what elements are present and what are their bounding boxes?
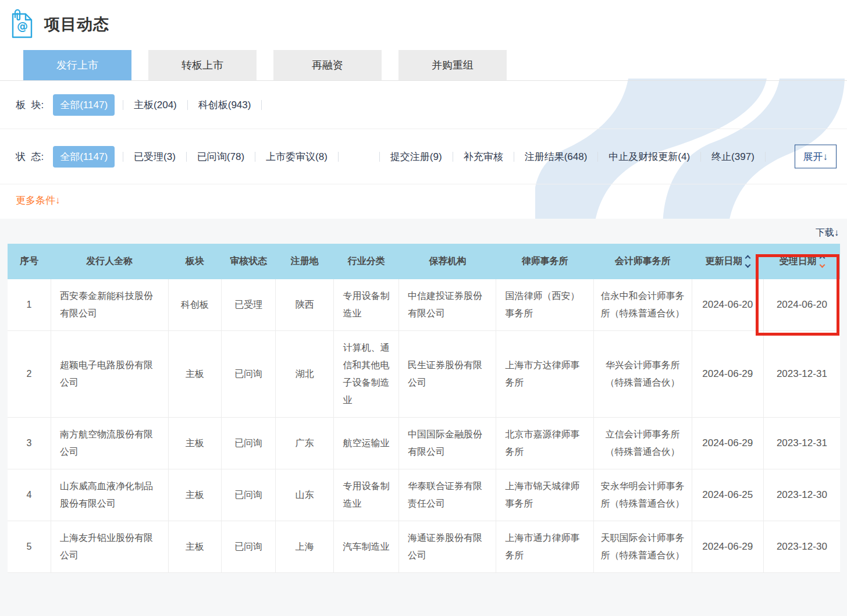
status-filter-item-7[interactable]: 补充审核	[461, 150, 506, 163]
filter-divider	[261, 100, 262, 110]
download-link[interactable]: 下载↓	[816, 227, 839, 237]
status-filter-item-9[interactable]: 中止及财报更新(4)	[606, 150, 692, 163]
filter-divider	[700, 152, 701, 162]
column-header-8: 律师事务所	[496, 244, 593, 279]
status-filter-item-3[interactable]: 已问询(78)	[195, 150, 247, 163]
table-cell: 2024-06-20	[692, 279, 763, 331]
column-header-label: 序号	[20, 255, 38, 268]
table-cell: 2024-06-25	[692, 469, 763, 521]
download-row: 下载↓	[8, 219, 840, 244]
table-cell: 2024-06-29	[692, 418, 763, 469]
table-cell: 海通证券股份有限公司	[399, 521, 496, 573]
column-header-label: 审核状态	[230, 255, 267, 268]
board-filter-item-1[interactable]: 全部(1147)	[53, 94, 115, 116]
table-cell: 4	[8, 469, 51, 521]
column-header-label: 更新日期	[705, 255, 742, 268]
filter-divider	[765, 152, 766, 162]
table-cell: 民生证券股份有限公司	[399, 331, 496, 418]
table-cell: 2023-12-30	[763, 521, 840, 573]
table-cell: 专用设备制造业	[334, 279, 399, 331]
issuer-name-cell[interactable]: 超颖电子电路股份有限公司	[51, 331, 168, 418]
sort-asc-icon[interactable]	[745, 255, 751, 261]
table-cell: 2024-06-29	[692, 331, 763, 418]
table-row: 1西安泰金新能科技股份有限公司科创板已受理陕西专用设备制造业中信建投证券股份有限…	[8, 279, 840, 331]
column-header-11[interactable]: 受理日期	[763, 244, 840, 279]
table-cell: 天职国际会计师事务所（特殊普通合伙）	[593, 521, 692, 573]
board-filter-item-3[interactable]: 科创板(943)	[196, 98, 254, 112]
column-header-7: 保荐机构	[399, 244, 496, 279]
table-row: 5上海友升铝业股份有限公司主板已问询上海汽车制造业海通证券股份有限公司上海市通力…	[8, 521, 840, 573]
filter-divider	[514, 152, 514, 162]
table-cell: 安永华明会计师事务所（特殊普通合伙）	[593, 469, 692, 521]
table-cell: 上海市锦天城律师事务所	[496, 469, 593, 521]
column-header-label: 板块	[186, 255, 204, 268]
filter-divider	[123, 152, 123, 162]
issuer-name-cell[interactable]: 山东威高血液净化制品股份有限公司	[51, 469, 168, 521]
sort-desc-icon[interactable]	[819, 262, 825, 268]
issuer-name-cell[interactable]: 南方航空物流股份有限公司	[51, 418, 168, 469]
filter-divider	[186, 152, 187, 162]
table-row: 2超颖电子电路股份有限公司主板已问询湖北计算机、通信和其他电子设备制造业民生证券…	[8, 331, 840, 418]
sort-asc-icon[interactable]	[819, 255, 825, 261]
document-clip-icon: @	[9, 9, 34, 40]
table-cell: 立信会计师事务所（特殊普通合伙）	[593, 418, 692, 469]
column-header-label: 律师事务所	[522, 255, 568, 268]
status-filter-item-6[interactable]: 提交注册(9)	[388, 150, 444, 163]
column-header-label: 会计师事务所	[615, 255, 671, 268]
table-section: 下载↓ 序号发行人全称板块审核状态注册地行业分类保荐机构律师事务所会计师事务所更…	[0, 219, 847, 616]
table-cell: 已问询	[222, 331, 276, 418]
board-filter-items: 全部(1147)主板(204)科创板(943)	[53, 94, 270, 116]
table-cell: 3	[8, 418, 51, 469]
table-cell: 2	[8, 331, 51, 418]
column-header-label: 发行人全称	[86, 255, 133, 268]
issuer-name-cell[interactable]: 西安泰金新能科技股份有限公司	[51, 279, 168, 331]
column-header-label: 行业分类	[348, 255, 385, 268]
more-conditions-link[interactable]: 更多条件↓	[16, 194, 61, 207]
tab-3[interactable]: 再融资	[273, 50, 382, 80]
status-filter-item-4[interactable]: 上市委审议(8)	[264, 150, 330, 163]
status-filter-item-8[interactable]: 注册结果(648)	[522, 150, 590, 163]
sort-desc-icon[interactable]	[745, 262, 751, 268]
status-filter-row: 状 态: 全部(1147)已受理(3)已问询(78)上市委审议(8)提交注册(9…	[0, 129, 847, 184]
table-cell: 专用设备制造业	[334, 469, 399, 521]
table-cell: 中国国际金融股份有限公司	[399, 418, 496, 469]
column-header-3: 板块	[168, 244, 222, 279]
sort-arrows-icon[interactable]	[746, 256, 750, 267]
table-cell: 北京市嘉源律师事务所	[496, 418, 593, 469]
table-cell: 上海市方达律师事务所	[496, 331, 593, 418]
status-filter-item-10[interactable]: 终止(397)	[709, 150, 757, 163]
tab-1[interactable]: 发行上市	[23, 50, 131, 80]
tab-2[interactable]: 转板上市	[148, 50, 257, 80]
projects-table: 序号发行人全称板块审核状态注册地行业分类保荐机构律师事务所会计师事务所更新日期受…	[8, 244, 840, 573]
column-header-4: 审核状态	[222, 244, 276, 279]
table-cell: 2024-06-20	[763, 279, 840, 331]
table-cell: 湖北	[276, 331, 334, 418]
column-header-10[interactable]: 更新日期	[692, 244, 763, 279]
column-header-label: 受理日期	[780, 255, 817, 268]
column-header-9: 会计师事务所	[593, 244, 692, 279]
column-header-6: 行业分类	[334, 244, 399, 279]
board-filter-item-2[interactable]: 主板(204)	[131, 98, 179, 112]
expand-button[interactable]: 展开↓	[795, 145, 837, 169]
table-cell: 科创板	[168, 279, 222, 331]
column-header-label: 注册地	[291, 255, 319, 268]
table-row: 4山东威高血液净化制品股份有限公司主板已问询山东专用设备制造业华泰联合证券有限责…	[8, 469, 840, 521]
status-filter-label: 状 态:	[16, 150, 44, 163]
filter-divider	[255, 152, 255, 162]
table-cell: 华泰联合证券有限责任公司	[399, 469, 496, 521]
table-cell: 航空运输业	[334, 418, 399, 469]
status-filter-items: 全部(1147)已受理(3)已问询(78)上市委审议(8)提交注册(9)补充审核…	[53, 146, 774, 168]
filter-divider	[379, 152, 380, 162]
page-header: @ 项目动态	[0, 0, 847, 40]
issuer-name-cell[interactable]: 上海友升铝业股份有限公司	[51, 521, 168, 573]
board-filter-row: 板 块: 全部(1147)主板(204)科创板(943)	[0, 81, 847, 129]
table-cell: 上海市通力律师事务所	[496, 521, 593, 573]
sort-arrows-icon[interactable]	[820, 256, 824, 267]
filter-divider	[338, 152, 339, 162]
table-cell: 陕西	[276, 279, 334, 331]
table-cell: 2024-06-29	[692, 521, 763, 573]
table-cell: 主板	[168, 469, 222, 521]
status-filter-item-2[interactable]: 已受理(3)	[131, 150, 178, 163]
status-filter-item-1[interactable]: 全部(1147)	[53, 146, 115, 168]
tab-4[interactable]: 并购重组	[398, 50, 507, 80]
